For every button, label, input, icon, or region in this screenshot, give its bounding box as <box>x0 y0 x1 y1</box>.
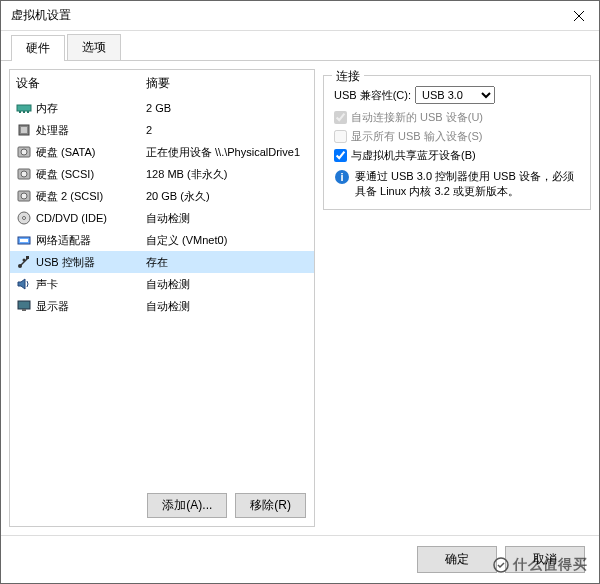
usb-icon <box>16 254 32 270</box>
device-row[interactable]: CD/DVD (IDE)自动检测 <box>10 207 314 229</box>
device-row[interactable]: 网络适配器自定义 (VMnet0) <box>10 229 314 251</box>
svg-point-13 <box>21 193 27 199</box>
close-icon <box>574 11 584 21</box>
device-list[interactable]: 设备 摘要 内存2 GB处理器2硬盘 (SATA)正在使用设备 \\.\Phys… <box>10 70 314 485</box>
auto-connect-checkbox <box>334 111 347 124</box>
list-header: 设备 摘要 <box>10 70 314 97</box>
svg-rect-20 <box>26 256 29 259</box>
svg-rect-22 <box>18 301 30 309</box>
cancel-button[interactable]: 取消 <box>505 546 585 573</box>
device-name: 网络适配器 <box>36 233 146 248</box>
add-button[interactable]: 添加(A)... <box>147 493 227 518</box>
disk-icon <box>16 188 32 204</box>
disk-icon <box>16 144 32 160</box>
display-icon <box>16 298 32 314</box>
device-summary: 128 MB (非永久) <box>146 167 308 182</box>
compat-label: USB 兼容性(C): <box>334 88 411 103</box>
show-all-checkbox <box>334 130 347 143</box>
show-all-label: 显示所有 USB 输入设备(S) <box>351 129 482 144</box>
network-icon <box>16 232 32 248</box>
device-summary: 正在使用设备 \\.\PhysicalDrive1 <box>146 145 308 160</box>
device-name: 显示器 <box>36 299 146 314</box>
compat-select[interactable]: USB 3.0 <box>415 86 495 104</box>
connection-title: 连接 <box>332 68 364 85</box>
device-name: 硬盘 2 (SCSI) <box>36 189 146 204</box>
svg-rect-23 <box>22 309 26 311</box>
share-bluetooth-label: 与虚拟机共享蓝牙设备(B) <box>351 148 476 163</box>
svg-rect-3 <box>19 111 21 113</box>
device-name: 硬盘 (SATA) <box>36 145 146 160</box>
share-bluetooth-checkbox[interactable] <box>334 149 347 162</box>
header-summary: 摘要 <box>146 75 308 92</box>
device-row[interactable]: USB 控制器存在 <box>10 251 314 273</box>
disk-icon <box>16 166 32 182</box>
sound-icon <box>16 276 32 292</box>
device-summary: 自动检测 <box>146 211 308 226</box>
device-row[interactable]: 硬盘 (SCSI)128 MB (非永久) <box>10 163 314 185</box>
info-text: 要通过 USB 3.0 控制器使用 USB 设备，必须具备 Linux 内核 3… <box>355 169 580 199</box>
tab-options[interactable]: 选项 <box>67 34 121 60</box>
svg-rect-17 <box>20 239 28 242</box>
remove-button[interactable]: 移除(R) <box>235 493 306 518</box>
tab-hardware[interactable]: 硬件 <box>11 35 65 61</box>
svg-point-21 <box>23 259 26 262</box>
device-row[interactable]: 处理器2 <box>10 119 314 141</box>
device-name: 内存 <box>36 101 146 116</box>
window-title: 虚拟机设置 <box>11 7 71 24</box>
svg-point-11 <box>21 171 27 177</box>
svg-rect-2 <box>17 105 31 111</box>
device-summary: 2 <box>146 124 308 136</box>
info-icon: i <box>334 169 350 185</box>
device-row[interactable]: 声卡自动检测 <box>10 273 314 295</box>
device-summary: 2 GB <box>146 102 308 114</box>
connection-group: 连接 USB 兼容性(C): USB 3.0 自动连接新的 USB 设备(U) … <box>323 75 591 210</box>
device-row[interactable]: 显示器自动检测 <box>10 295 314 317</box>
device-name: 声卡 <box>36 277 146 292</box>
header-device: 设备 <box>16 75 146 92</box>
device-row[interactable]: 硬盘 (SATA)正在使用设备 \\.\PhysicalDrive1 <box>10 141 314 163</box>
device-row[interactable]: 内存2 GB <box>10 97 314 119</box>
device-row[interactable]: 硬盘 2 (SCSI)20 GB (永久) <box>10 185 314 207</box>
device-name: CD/DVD (IDE) <box>36 212 146 224</box>
auto-connect-label: 自动连接新的 USB 设备(U) <box>351 110 483 125</box>
svg-rect-5 <box>27 111 29 113</box>
svg-rect-4 <box>23 111 25 113</box>
memory-icon <box>16 100 32 116</box>
device-name: 硬盘 (SCSI) <box>36 167 146 182</box>
svg-point-15 <box>23 217 26 220</box>
ok-button[interactable]: 确定 <box>417 546 497 573</box>
device-summary: 自动检测 <box>146 277 308 292</box>
device-summary: 存在 <box>146 255 308 270</box>
device-summary: 自动检测 <box>146 299 308 314</box>
svg-rect-7 <box>21 127 27 133</box>
device-summary: 自定义 (VMnet0) <box>146 233 308 248</box>
device-name: 处理器 <box>36 123 146 138</box>
cpu-icon <box>16 122 32 138</box>
svg-text:i: i <box>340 171 343 183</box>
svg-point-9 <box>21 149 27 155</box>
cd-icon <box>16 210 32 226</box>
close-button[interactable] <box>559 1 599 31</box>
device-name: USB 控制器 <box>36 255 146 270</box>
device-summary: 20 GB (永久) <box>146 189 308 204</box>
